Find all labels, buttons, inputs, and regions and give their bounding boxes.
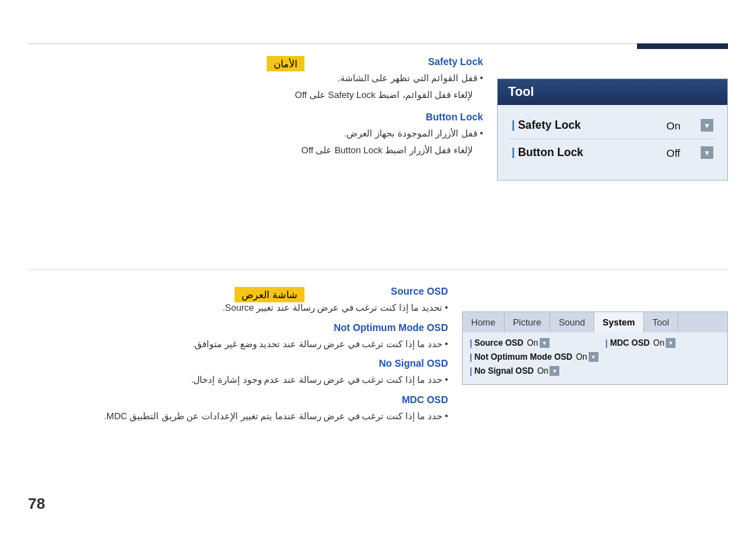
- not-optimum-bullet: • حدد ما إذا كنت ترغب في عرض رسالة عند ت…: [28, 337, 448, 351]
- nav-picture[interactable]: Picture: [505, 312, 550, 332]
- osd-right-col: MDC OSD On ▼: [606, 338, 720, 376]
- button-lock-dropdown[interactable]: Off ▼: [666, 146, 713, 159]
- mdc-osd-label: MDC OSD: [606, 338, 650, 348]
- button-lock-title: Button Lock: [28, 111, 483, 122]
- not-optimum-dropdown[interactable]: On ▼: [576, 352, 598, 362]
- no-signal-arrow-icon[interactable]: ▼: [550, 366, 559, 376]
- button-lock-sub: لإلغاء قفل الأزرار اضبط Button Lock على …: [28, 143, 472, 157]
- tool-panel: Tool Safety Lock On ▼ Button Lock Off ▼: [497, 78, 728, 181]
- not-optimum-arrow-icon[interactable]: ▼: [589, 352, 598, 362]
- source-osd-label: Source OSD: [470, 338, 524, 348]
- mdc-osd-value: On: [653, 338, 664, 348]
- arabic-content-top: Safety Lock • قفل القوائم التي تظهر على …: [28, 56, 483, 160]
- not-optimum-row: Not Optimum Mode OSD On ▼: [470, 352, 598, 362]
- nav-sound[interactable]: Sound: [550, 312, 594, 332]
- top-separator: [28, 43, 728, 44]
- tool-panel-body: Safety Lock On ▼ Button Lock Off ▼: [498, 105, 727, 180]
- not-optimum-title: Not Optimum Mode OSD: [28, 322, 448, 333]
- osd-nav: Home Picture Sound System Tool: [463, 312, 727, 332]
- button-lock-bullet1: • قفل الأزرار الموجودة بجهاز العرض.: [28, 127, 483, 141]
- not-optimum-value: On: [576, 352, 587, 362]
- safety-lock-dropdown[interactable]: On ▼: [666, 119, 713, 132]
- mdc-osd-title: MDC OSD: [28, 394, 448, 405]
- source-osd-row: Source OSD On ▼: [470, 338, 598, 348]
- tool-panel-header: Tool: [498, 79, 727, 105]
- button-lock-label: Button Lock: [512, 146, 583, 159]
- osd-left-col: Source OSD On ▼ Not Optimum Mode OSD On …: [470, 338, 598, 376]
- no-signal-bullet: • حدد ما إذا كنت ترغب في عرض رسالة عند ع…: [28, 373, 448, 387]
- button-lock-sub-text: لإلغاء قفل الأزرار اضبط Button Lock على …: [302, 145, 472, 155]
- safety-lock-row: Safety Lock On ▼: [508, 112, 717, 139]
- no-signal-row: No Signal OSD On ▼: [470, 366, 598, 376]
- button-lock-value: Off: [666, 147, 698, 159]
- mdc-osd-row: MDC OSD On ▼: [606, 338, 720, 348]
- source-osd-value: On: [527, 338, 538, 348]
- safety-lock-sub: لإلغاء قفل القوائم، اضبط Safety Lock على…: [28, 88, 472, 102]
- button-lock-arrow-icon[interactable]: ▼: [701, 146, 713, 159]
- section-divider: [28, 269, 728, 270]
- safety-lock-label: Safety Lock: [512, 119, 581, 132]
- osd-panel: Home Picture Sound System Tool Source OS…: [462, 311, 728, 385]
- no-signal-label: No Signal OSD: [470, 366, 533, 376]
- mdc-osd-bullet: • حدد ما إذا كنت ترغب في عرض رسالة عندما…: [28, 409, 448, 423]
- source-osd-arrow-icon[interactable]: ▼: [540, 338, 550, 348]
- page-number: 78: [28, 495, 45, 513]
- safety-lock-sub-text: لإلغاء قفل القوائم، اضبط Safety Lock على…: [295, 90, 472, 100]
- not-optimum-label: Not Optimum Mode OSD: [470, 352, 573, 362]
- button-lock-row: Button Lock Off ▼: [508, 139, 717, 166]
- arabic-content-bottom: Source OSD • تحديد ما إذا كنت ترغب في عر…: [28, 286, 448, 426]
- safety-lock-title: Safety Lock: [28, 56, 483, 67]
- no-signal-dropdown[interactable]: On ▼: [537, 366, 559, 376]
- source-osd-title: Source OSD: [28, 286, 448, 297]
- no-signal-value: On: [537, 366, 548, 376]
- nav-system[interactable]: System: [594, 312, 644, 332]
- safety-lock-arrow-icon[interactable]: ▼: [701, 119, 713, 132]
- nav-home[interactable]: Home: [463, 312, 505, 332]
- safety-lock-value: On: [666, 120, 698, 132]
- osd-body: Source OSD On ▼ Not Optimum Mode OSD On …: [463, 332, 727, 384]
- mdc-osd-dropdown[interactable]: On ▼: [653, 338, 676, 348]
- source-osd-bullet: • تحديد ما إذا كنت ترغب في عرض رسالة عند…: [28, 301, 448, 315]
- safety-lock-bullet1: • قفل القوائم التي تظهر على الشاشة.: [28, 71, 483, 85]
- nav-tool[interactable]: Tool: [644, 312, 678, 332]
- no-signal-title: No Signal OSD: [28, 358, 448, 369]
- source-osd-dropdown[interactable]: On ▼: [527, 338, 550, 348]
- mdc-osd-arrow-icon[interactable]: ▼: [666, 338, 676, 348]
- right-accent-bar: [637, 43, 728, 49]
